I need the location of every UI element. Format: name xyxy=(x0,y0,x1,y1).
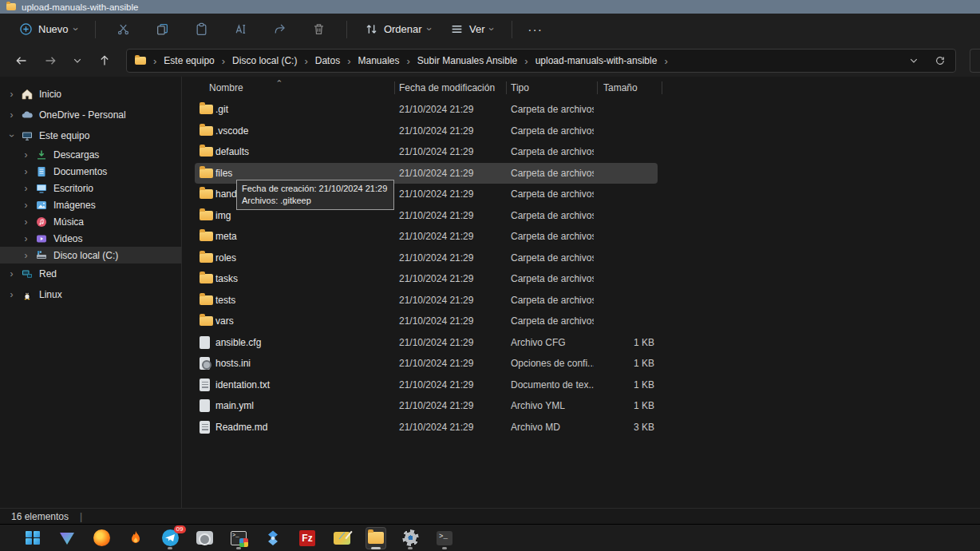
column-divider[interactable] xyxy=(506,81,507,94)
column-header-tipo[interactable]: Tipo xyxy=(511,82,529,93)
file-row[interactable]: tasks 21/10/2024 21:29 Carpeta de archiv… xyxy=(195,268,658,290)
expand-chevron-icon[interactable]: › xyxy=(22,233,30,244)
up-button[interactable] xyxy=(91,50,118,71)
window-title: upload-manuals-with-ansible xyxy=(22,2,138,12)
sidebar-item-este-equipo[interactable]: › Este equipo xyxy=(0,125,181,146)
expand-chevron-icon[interactable]: › xyxy=(22,149,30,161)
new-button-label: Nuevo xyxy=(38,23,69,35)
expand-chevron-icon[interactable]: › xyxy=(22,183,30,194)
file-row[interactable]: defaults 21/10/2024 21:29 Carpeta de arc… xyxy=(195,141,658,163)
column-divider[interactable] xyxy=(597,81,598,94)
expand-chevron-icon[interactable]: › xyxy=(8,89,15,100)
sidebar-item-documentos[interactable]: › Documentos xyxy=(0,163,181,180)
copy-button[interactable] xyxy=(144,18,180,41)
taskbar-file-explorer[interactable] xyxy=(366,527,386,549)
file-row[interactable]: roles 21/10/2024 21:29 Carpeta de archiv… xyxy=(195,248,658,269)
taskbar: 09 Fz xyxy=(0,524,980,551)
expand-chevron-icon[interactable]: › xyxy=(22,200,30,211)
taskbar-flame-app[interactable] xyxy=(125,527,146,549)
breadcrumb-item[interactable]: Disco local (C:) xyxy=(232,55,297,66)
breadcrumb-item-current[interactable]: upload-manuals-with-ansible xyxy=(535,55,658,66)
breadcrumb-separator[interactable]: › xyxy=(346,55,351,67)
sidebar-item-disco-local-c[interactable]: › Disco local (C:) xyxy=(0,247,181,264)
breadcrumb-separator[interactable]: › xyxy=(221,55,226,67)
breadcrumb-item[interactable]: Manuales xyxy=(358,55,399,66)
paste-button[interactable] xyxy=(184,18,219,41)
window-titlebar[interactable]: upload-manuals-with-ansible xyxy=(0,0,980,14)
column-header-fecha[interactable]: Fecha de modificación xyxy=(399,82,495,93)
refresh-button[interactable] xyxy=(933,54,947,68)
more-options-button[interactable]: ... xyxy=(522,20,550,38)
file-row[interactable]: vars 21/10/2024 21:29 Carpeta de archivo… xyxy=(195,311,658,332)
column-divider[interactable] xyxy=(662,81,662,94)
sidebar-item-red[interactable]: › Red xyxy=(0,264,181,284)
address-bar[interactable]: › Este equipo › Disco local (C:) › Datos… xyxy=(126,49,956,73)
file-icon xyxy=(200,336,210,349)
sidebar-item-descargas[interactable]: › Descargas xyxy=(0,146,181,163)
sidebar-item-imagenes[interactable]: › Imágenes xyxy=(0,196,181,213)
text-file-icon xyxy=(200,379,210,391)
taskbar-telegram[interactable]: 09 xyxy=(160,527,180,549)
delete-button[interactable] xyxy=(301,18,337,41)
breadcrumb-separator[interactable]: › xyxy=(524,55,528,67)
sidebar-item-onedrive[interactable]: › OneDrive - Personal xyxy=(0,105,181,125)
breadcrumb-item[interactable]: Este equipo xyxy=(164,55,214,66)
sidebar-item-videos[interactable]: › Videos xyxy=(0,230,181,247)
file-row[interactable]: hosts.ini 21/10/2024 21:29 Opciones de c… xyxy=(195,353,658,375)
breadcrumb-separator[interactable]: › xyxy=(406,55,411,67)
taskbar-firefox[interactable] xyxy=(91,527,112,549)
sidebar-item-musica[interactable]: › Música xyxy=(0,213,181,230)
expand-chevron-icon[interactable]: › xyxy=(8,289,15,300)
address-bar-row: › Este equipo › Disco local (C:) › Datos… xyxy=(0,45,980,77)
sidebar-item-inicio[interactable]: › Inicio xyxy=(0,84,181,105)
taskbar-diamond-app[interactable] xyxy=(263,527,283,549)
sidebar-item-linux[interactable]: › Linux xyxy=(0,284,181,305)
file-name: tasks xyxy=(215,273,399,284)
column-header-nombre[interactable]: Nombre xyxy=(209,82,243,93)
column-header-tamano[interactable]: Tamaño xyxy=(603,82,638,93)
address-dropdown-button[interactable] xyxy=(907,54,920,67)
taskbar-settings[interactable] xyxy=(400,527,421,549)
expand-chevron-icon[interactable]: › xyxy=(22,166,30,177)
breadcrumb-item[interactable]: Subir Manuales Ansible xyxy=(417,55,517,66)
start-button[interactable] xyxy=(22,527,43,549)
rename-button[interactable] xyxy=(223,18,259,41)
breadcrumb-separator[interactable]: › xyxy=(303,55,308,67)
taskbar-vpn-app[interactable] xyxy=(57,527,77,549)
file-row[interactable]: main.yml 21/10/2024 21:29 Archivo YML 1 … xyxy=(195,395,658,417)
collapse-chevron-icon[interactable]: › xyxy=(6,133,18,140)
column-divider[interactable] xyxy=(394,81,395,94)
file-row[interactable]: identation.txt 21/10/2024 21:29 Document… xyxy=(195,375,658,396)
search-box[interactable] xyxy=(970,49,980,73)
recent-locations-button[interactable] xyxy=(65,52,89,69)
expand-chevron-icon[interactable]: › xyxy=(22,250,30,261)
cut-button[interactable] xyxy=(105,18,141,41)
taskbar-magic-tool[interactable] xyxy=(331,527,352,549)
folder-icon xyxy=(200,253,213,263)
file-type: Carpeta de archivos xyxy=(511,146,594,157)
file-row[interactable]: Readme.md 21/10/2024 21:29 Archivo MD 3 … xyxy=(195,417,658,438)
forward-button[interactable] xyxy=(37,50,64,71)
back-button[interactable] xyxy=(8,50,35,71)
breadcrumb-item[interactable]: Datos xyxy=(315,55,340,66)
sidebar-item-escritorio[interactable]: › Escritorio xyxy=(0,180,181,196)
sort-button[interactable]: Ordenar › xyxy=(357,18,439,41)
share-button[interactable] xyxy=(262,18,298,41)
taskbar-filezilla[interactable]: Fz xyxy=(297,527,318,549)
expand-chevron-icon[interactable]: › xyxy=(8,109,15,121)
taskbar-terminal[interactable] xyxy=(434,527,455,549)
file-row[interactable]: .vscode 21/10/2024 21:29 Carpeta de arch… xyxy=(195,121,658,142)
file-row[interactable]: tests 21/10/2024 21:29 Carpeta de archiv… xyxy=(195,290,658,311)
file-row[interactable]: .git 21/10/2024 21:29 Carpeta de archivo… xyxy=(195,99,658,121)
expand-chevron-icon[interactable]: › xyxy=(8,268,15,279)
file-row[interactable]: meta 21/10/2024 21:29 Carpeta de archivo… xyxy=(195,226,658,248)
new-button[interactable]: Nuevo › xyxy=(11,18,85,41)
breadcrumb-separator[interactable]: › xyxy=(663,55,668,67)
view-button[interactable]: Ver › xyxy=(442,18,502,41)
taskbar-console-app[interactable] xyxy=(228,527,249,549)
expand-chevron-icon[interactable]: › xyxy=(22,216,30,228)
file-row[interactable]: ansible.cfg 21/10/2024 21:29 Archivo CFG… xyxy=(195,332,658,354)
file-modified: 21/10/2024 21:29 xyxy=(399,400,511,411)
taskbar-media-app[interactable] xyxy=(194,527,215,549)
file-type: Carpeta de archivos xyxy=(511,231,594,242)
